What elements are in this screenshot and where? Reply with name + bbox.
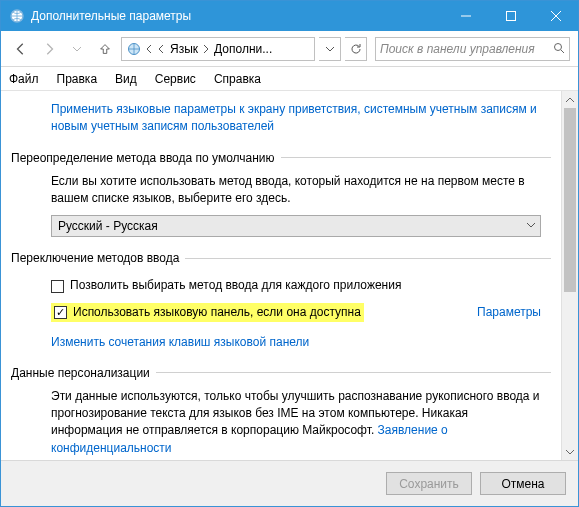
up-button[interactable] [93, 37, 117, 61]
maximize-button[interactable] [488, 1, 533, 31]
section-personalization: Данные персонализации Эти данные использ… [11, 366, 551, 460]
close-button[interactable] [533, 1, 578, 31]
scroll-track[interactable] [562, 108, 578, 443]
save-button[interactable]: Сохранить [386, 472, 472, 495]
vertical-scrollbar[interactable] [561, 91, 578, 460]
chevron-right-icon [202, 42, 210, 56]
menu-view[interactable]: Вид [115, 72, 137, 86]
chevron-down-icon [526, 218, 536, 235]
select-value: Русский - Русская [58, 218, 158, 235]
back-button[interactable] [9, 37, 33, 61]
chevron-left-icon [146, 42, 154, 56]
content-area: Применить языковые параметры к экрану пр… [1, 91, 578, 460]
forward-button[interactable] [37, 37, 61, 61]
checkbox-label: Позволить выбирать метод ввода для каждо… [70, 277, 401, 294]
section-legend: Данные персонализации [11, 366, 156, 380]
recent-dropdown[interactable] [65, 37, 89, 61]
navigation-bar: Язык Дополни... [1, 31, 578, 67]
menu-bar: Файл Правка Вид Сервис Справка [1, 67, 578, 91]
section-legend: Переопределение метода ввода по умолчани… [11, 151, 281, 165]
apply-settings-link[interactable]: Применить языковые параметры к экрану пр… [11, 97, 551, 145]
globe-icon [126, 41, 142, 57]
titlebar[interactable]: Дополнительные параметры [1, 1, 578, 31]
parameters-link[interactable]: Параметры [477, 304, 541, 321]
scroll-down-button[interactable] [562, 443, 578, 460]
window-title: Дополнительные параметры [31, 9, 443, 23]
section-input-override: Переопределение метода ввода по умолчани… [11, 151, 551, 246]
address-bar[interactable]: Язык Дополни... [121, 37, 315, 61]
scroll-thumb[interactable] [564, 108, 576, 292]
search-box[interactable] [375, 37, 570, 61]
menu-file[interactable]: Файл [9, 72, 39, 86]
minimize-button[interactable] [443, 1, 488, 31]
section-description: Эти данные используются, только чтобы ул… [51, 389, 540, 438]
cancel-button[interactable]: Отмена [480, 472, 566, 495]
hotkeys-link[interactable]: Изменить сочетания клавиш языковой панел… [51, 335, 309, 349]
search-input[interactable] [380, 42, 553, 56]
input-method-select[interactable]: Русский - Русская [51, 215, 541, 237]
checkbox-per-app[interactable] [51, 280, 64, 293]
menu-edit[interactable]: Правка [57, 72, 98, 86]
refresh-button[interactable] [345, 37, 367, 61]
menu-help[interactable]: Справка [214, 72, 261, 86]
search-icon [553, 40, 565, 58]
section-input-switching: Переключение методов ввода Позволить выб… [11, 251, 551, 359]
checkbox-language-bar[interactable] [54, 306, 67, 319]
breadcrumb-item[interactable]: Язык [170, 42, 198, 56]
breadcrumb-item[interactable]: Дополни... [214, 42, 272, 56]
checkbox-label: Использовать языковую панель, если она д… [73, 304, 361, 321]
svg-rect-1 [506, 12, 515, 21]
address-dropdown[interactable] [319, 37, 341, 61]
section-legend: Переключение методов ввода [11, 251, 185, 265]
svg-point-3 [555, 43, 562, 50]
control-panel-window: Дополнительные параметры Язык Дополни...… [0, 0, 579, 507]
section-description: Если вы хотите использовать метод ввода,… [51, 173, 541, 208]
scroll-up-button[interactable] [562, 91, 578, 108]
dialog-footer: Сохранить Отмена [1, 460, 578, 506]
app-icon [9, 8, 25, 24]
menu-service[interactable]: Сервис [155, 72, 196, 86]
chevron-left-icon [158, 42, 166, 56]
